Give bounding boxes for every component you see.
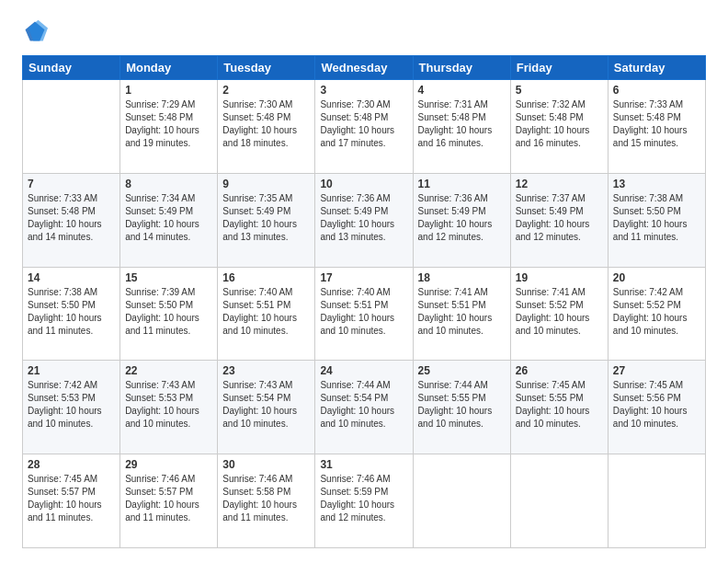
calendar-cell: 10Sunrise: 7:36 AMSunset: 5:49 PMDayligh… [315, 173, 413, 267]
day-number: 6 [613, 84, 700, 97]
day-info: Sunrise: 7:45 AMSunset: 5:55 PMDaylight:… [516, 379, 603, 431]
day-number: 8 [125, 178, 212, 190]
calendar-week-0: 1Sunrise: 7:29 AMSunset: 5:48 PMDaylight… [23, 80, 706, 174]
page: SundayMondayTuesdayWednesdayThursdayFrid… [0, 0, 728, 563]
day-number: 16 [222, 271, 310, 284]
day-info: Sunrise: 7:36 AMSunset: 5:49 PMDaylight:… [320, 192, 407, 244]
calendar-week-2: 14Sunrise: 7:38 AMSunset: 5:50 PMDayligh… [23, 267, 706, 361]
day-number: 27 [613, 364, 700, 377]
day-info: Sunrise: 7:43 AMSunset: 5:53 PMDaylight:… [125, 379, 212, 431]
day-info: Sunrise: 7:30 AMSunset: 5:48 PMDaylight:… [320, 98, 407, 150]
day-number: 5 [516, 84, 603, 97]
calendar-week-1: 7Sunrise: 7:33 AMSunset: 5:48 PMDaylight… [23, 173, 706, 267]
day-number: 29 [125, 458, 212, 471]
day-header-wednesday: Wednesday [315, 56, 413, 80]
calendar-cell: 3Sunrise: 7:30 AMSunset: 5:48 PMDaylight… [315, 80, 413, 174]
day-info: Sunrise: 7:29 AMSunset: 5:48 PMDaylight:… [125, 98, 212, 150]
day-info: Sunrise: 7:38 AMSunset: 5:50 PMDaylight:… [28, 286, 115, 338]
day-info: Sunrise: 7:31 AMSunset: 5:48 PMDaylight:… [418, 98, 506, 150]
calendar-table: SundayMondayTuesdayWednesdayThursdayFrid… [22, 55, 706, 548]
day-header-thursday: Thursday [413, 56, 510, 80]
day-number: 7 [28, 178, 115, 190]
day-number: 2 [222, 84, 310, 97]
calendar-cell: 20Sunrise: 7:42 AMSunset: 5:52 PMDayligh… [608, 267, 705, 361]
calendar-cell: 15Sunrise: 7:39 AMSunset: 5:50 PMDayligh… [120, 267, 218, 361]
day-number: 4 [418, 84, 506, 97]
day-number: 15 [125, 271, 212, 284]
day-info: Sunrise: 7:42 AMSunset: 5:53 PMDaylight:… [28, 379, 115, 431]
day-info: Sunrise: 7:32 AMSunset: 5:48 PMDaylight:… [516, 98, 603, 150]
calendar-cell: 7Sunrise: 7:33 AMSunset: 5:48 PMDaylight… [23, 173, 120, 267]
day-info: Sunrise: 7:46 AMSunset: 5:57 PMDaylight:… [125, 473, 212, 524]
calendar-cell [608, 454, 705, 548]
day-number: 3 [320, 84, 407, 97]
day-info: Sunrise: 7:40 AMSunset: 5:51 PMDaylight:… [320, 286, 407, 338]
day-number: 11 [418, 178, 506, 190]
day-info: Sunrise: 7:45 AMSunset: 5:56 PMDaylight:… [613, 379, 700, 431]
day-number: 20 [613, 271, 700, 284]
calendar-cell: 4Sunrise: 7:31 AMSunset: 5:48 PMDaylight… [413, 80, 510, 174]
calendar-cell: 21Sunrise: 7:42 AMSunset: 5:53 PMDayligh… [23, 361, 120, 454]
day-number: 17 [320, 271, 407, 284]
calendar-cell: 29Sunrise: 7:46 AMSunset: 5:57 PMDayligh… [120, 454, 218, 548]
day-info: Sunrise: 7:36 AMSunset: 5:49 PMDaylight:… [418, 192, 506, 244]
day-info: Sunrise: 7:40 AMSunset: 5:51 PMDaylight:… [222, 286, 310, 338]
calendar-cell: 27Sunrise: 7:45 AMSunset: 5:56 PMDayligh… [608, 361, 705, 454]
calendar-cell [510, 454, 608, 548]
day-info: Sunrise: 7:44 AMSunset: 5:54 PMDaylight:… [320, 379, 407, 431]
day-header-saturday: Saturday [608, 56, 705, 80]
calendar-cell: 28Sunrise: 7:45 AMSunset: 5:57 PMDayligh… [23, 454, 120, 548]
calendar-cell: 6Sunrise: 7:33 AMSunset: 5:48 PMDaylight… [608, 80, 705, 174]
day-number: 18 [418, 271, 506, 284]
day-header-friday: Friday [510, 56, 608, 80]
calendar-cell: 30Sunrise: 7:46 AMSunset: 5:58 PMDayligh… [218, 454, 315, 548]
calendar-cell: 18Sunrise: 7:41 AMSunset: 5:51 PMDayligh… [413, 267, 510, 361]
calendar-cell: 23Sunrise: 7:43 AMSunset: 5:54 PMDayligh… [218, 361, 315, 454]
day-info: Sunrise: 7:46 AMSunset: 5:59 PMDaylight:… [320, 473, 407, 524]
calendar-cell: 25Sunrise: 7:44 AMSunset: 5:55 PMDayligh… [413, 361, 510, 454]
day-number: 31 [320, 458, 407, 471]
calendar-week-3: 21Sunrise: 7:42 AMSunset: 5:53 PMDayligh… [23, 361, 706, 454]
day-number: 19 [516, 271, 603, 284]
calendar-cell: 19Sunrise: 7:41 AMSunset: 5:52 PMDayligh… [510, 267, 608, 361]
day-number: 30 [222, 458, 310, 471]
day-info: Sunrise: 7:34 AMSunset: 5:49 PMDaylight:… [125, 192, 212, 244]
day-info: Sunrise: 7:33 AMSunset: 5:48 PMDaylight:… [28, 192, 115, 244]
day-number: 22 [125, 364, 212, 377]
day-info: Sunrise: 7:44 AMSunset: 5:55 PMDaylight:… [418, 379, 506, 431]
day-info: Sunrise: 7:39 AMSunset: 5:50 PMDaylight:… [125, 286, 212, 338]
calendar-cell: 1Sunrise: 7:29 AMSunset: 5:48 PMDaylight… [120, 80, 218, 174]
calendar-cell: 8Sunrise: 7:34 AMSunset: 5:49 PMDaylight… [120, 173, 218, 267]
calendar-cell: 24Sunrise: 7:44 AMSunset: 5:54 PMDayligh… [315, 361, 413, 454]
calendar-header-row: SundayMondayTuesdayWednesdayThursdayFrid… [23, 56, 706, 80]
day-info: Sunrise: 7:46 AMSunset: 5:58 PMDaylight:… [222, 473, 310, 524]
day-number: 10 [320, 178, 407, 190]
calendar-cell: 16Sunrise: 7:40 AMSunset: 5:51 PMDayligh… [218, 267, 315, 361]
day-header-monday: Monday [120, 56, 218, 80]
day-header-tuesday: Tuesday [218, 56, 315, 80]
day-info: Sunrise: 7:30 AMSunset: 5:48 PMDaylight:… [222, 98, 310, 150]
day-header-sunday: Sunday [23, 56, 120, 80]
calendar-cell: 14Sunrise: 7:38 AMSunset: 5:50 PMDayligh… [23, 267, 120, 361]
logo-icon [22, 18, 48, 44]
day-info: Sunrise: 7:37 AMSunset: 5:49 PMDaylight:… [516, 192, 603, 244]
day-number: 13 [613, 178, 700, 190]
day-info: Sunrise: 7:42 AMSunset: 5:52 PMDaylight:… [613, 286, 700, 338]
day-number: 23 [222, 364, 310, 377]
calendar-cell: 26Sunrise: 7:45 AMSunset: 5:55 PMDayligh… [510, 361, 608, 454]
day-number: 28 [28, 458, 115, 471]
calendar-cell [413, 454, 510, 548]
calendar-cell: 17Sunrise: 7:40 AMSunset: 5:51 PMDayligh… [315, 267, 413, 361]
calendar-cell [23, 80, 120, 174]
day-info: Sunrise: 7:33 AMSunset: 5:48 PMDaylight:… [613, 98, 700, 150]
logo [22, 18, 51, 44]
header [22, 18, 706, 44]
calendar-cell: 9Sunrise: 7:35 AMSunset: 5:49 PMDaylight… [218, 173, 315, 267]
day-info: Sunrise: 7:45 AMSunset: 5:57 PMDaylight:… [28, 473, 115, 524]
day-number: 25 [418, 364, 506, 377]
day-number: 26 [516, 364, 603, 377]
day-number: 14 [28, 271, 115, 284]
day-number: 24 [320, 364, 407, 377]
day-info: Sunrise: 7:41 AMSunset: 5:52 PMDaylight:… [516, 286, 603, 338]
calendar-cell: 13Sunrise: 7:38 AMSunset: 5:50 PMDayligh… [608, 173, 705, 267]
